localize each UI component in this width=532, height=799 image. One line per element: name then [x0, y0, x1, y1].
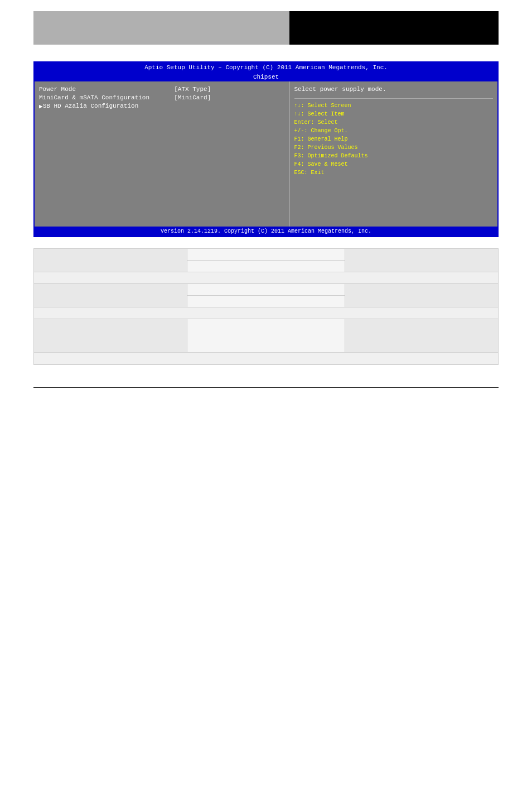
table-cell — [345, 319, 499, 353]
bios-divider — [294, 98, 494, 99]
content-table — [33, 248, 499, 365]
table-cell — [187, 296, 345, 307]
table-cell — [34, 319, 187, 353]
bios-screenshot: Aptio Setup Utility – Copyright (C) 2011… — [33, 61, 499, 237]
menu-item-minicard: MiniCard & mSATA Configuration [MiniCard… — [39, 94, 285, 101]
table-cell — [34, 284, 187, 307]
table-cell — [187, 319, 345, 353]
table-cell — [187, 284, 345, 296]
bios-help: Select power supply mode. ↑↓: Select Scr… — [289, 81, 498, 227]
table-cell — [345, 249, 499, 272]
table-cell — [34, 249, 187, 272]
header-left — [33, 11, 289, 45]
table-row — [34, 353, 499, 365]
header-right — [289, 11, 499, 45]
table-cell — [345, 284, 499, 307]
bottom-separator — [33, 387, 499, 388]
bios-title: Aptio Setup Utility – Copyright (C) 2011… — [35, 62, 497, 73]
table-row — [34, 319, 499, 353]
table-row — [34, 307, 499, 319]
menu-item-azalia: ▶ SB HD Azalia Configuration — [39, 103, 285, 110]
bios-subtitle: Chipset — [35, 73, 497, 81]
table-cell-full — [34, 272, 499, 284]
table-cell-full — [34, 307, 499, 319]
table-row — [34, 272, 499, 284]
table-cell — [187, 261, 345, 272]
bios-body: Power Mode [ATX Type] MiniCard & mSATA C… — [35, 81, 497, 227]
bios-footer: Version 2.14.1219. Copyright (C) 2011 Am… — [35, 227, 497, 236]
bios-menu: Power Mode [ATX Type] MiniCard & mSATA C… — [35, 81, 289, 227]
table-cell — [187, 249, 345, 261]
table-row — [34, 284, 499, 296]
bios-keys: ↑↓: Select Screen ↑↓: Select Item Enter:… — [294, 102, 494, 177]
table-row — [34, 249, 499, 261]
table-cell-full — [34, 353, 499, 365]
bios-help-text: Select power supply mode. — [294, 86, 494, 93]
menu-item-power-mode: Power Mode [ATX Type] — [39, 86, 285, 93]
header-bar — [33, 11, 499, 45]
